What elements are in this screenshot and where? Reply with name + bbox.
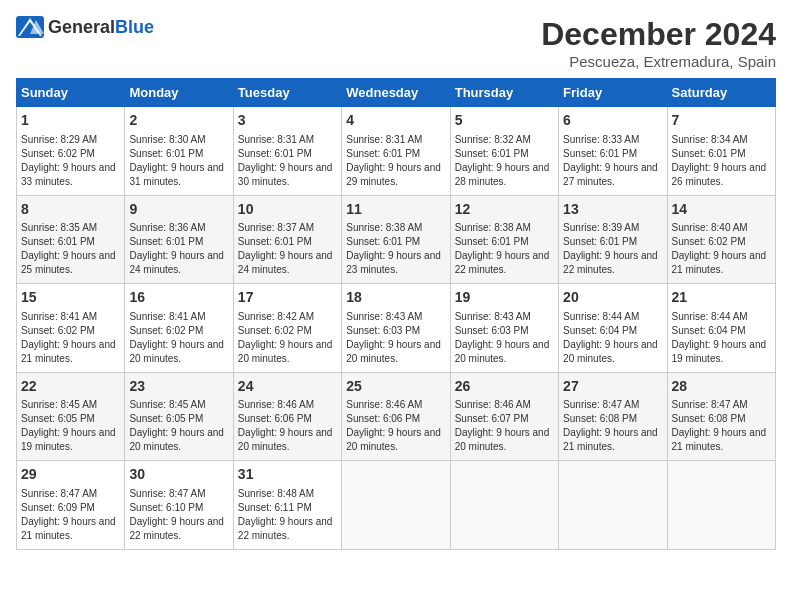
- sunrise: Sunrise: 8:33 AM: [563, 134, 639, 145]
- daylight: Daylight: 9 hours and 20 minutes.: [346, 427, 441, 452]
- logo-general: General: [48, 17, 115, 37]
- calendar-day-cell: 18Sunrise: 8:43 AMSunset: 6:03 PMDayligh…: [342, 284, 450, 373]
- calendar-week-row: 22Sunrise: 8:45 AMSunset: 6:05 PMDayligh…: [17, 372, 776, 461]
- day-number: 7: [672, 111, 771, 131]
- daylight: Daylight: 9 hours and 24 minutes.: [238, 250, 333, 275]
- sunrise: Sunrise: 8:47 AM: [21, 488, 97, 499]
- calendar-day-cell: 28Sunrise: 8:47 AMSunset: 6:08 PMDayligh…: [667, 372, 775, 461]
- daylight: Daylight: 9 hours and 22 minutes.: [563, 250, 658, 275]
- logo: GeneralBlue: [16, 16, 154, 38]
- sunrise: Sunrise: 8:48 AM: [238, 488, 314, 499]
- sunrise: Sunrise: 8:31 AM: [346, 134, 422, 145]
- sunset: Sunset: 6:01 PM: [21, 236, 95, 247]
- sunset: Sunset: 6:01 PM: [563, 236, 637, 247]
- day-number: 9: [129, 200, 228, 220]
- calendar-week-row: 15Sunrise: 8:41 AMSunset: 6:02 PMDayligh…: [17, 284, 776, 373]
- calendar-day-cell: [342, 461, 450, 550]
- sunrise: Sunrise: 8:38 AM: [455, 222, 531, 233]
- sunset: Sunset: 6:01 PM: [346, 148, 420, 159]
- day-number: 19: [455, 288, 554, 308]
- sunset: Sunset: 6:05 PM: [129, 413, 203, 424]
- calendar-day-cell: 1Sunrise: 8:29 AMSunset: 6:02 PMDaylight…: [17, 107, 125, 196]
- daylight: Daylight: 9 hours and 21 minutes.: [672, 250, 767, 275]
- sunset: Sunset: 6:03 PM: [455, 325, 529, 336]
- sunrise: Sunrise: 8:42 AM: [238, 311, 314, 322]
- day-number: 6: [563, 111, 662, 131]
- sunrise: Sunrise: 8:46 AM: [455, 399, 531, 410]
- col-monday: Monday: [125, 79, 233, 107]
- header: GeneralBlue December 2024 Pescueza, Extr…: [16, 16, 776, 70]
- day-number: 31: [238, 465, 337, 485]
- calendar-day-cell: 6Sunrise: 8:33 AMSunset: 6:01 PMDaylight…: [559, 107, 667, 196]
- calendar-day-cell: [667, 461, 775, 550]
- col-sunday: Sunday: [17, 79, 125, 107]
- logo-icon: [16, 16, 44, 38]
- title-area: December 2024 Pescueza, Extremadura, Spa…: [541, 16, 776, 70]
- sunrise: Sunrise: 8:29 AM: [21, 134, 97, 145]
- sunset: Sunset: 6:01 PM: [455, 236, 529, 247]
- sunrise: Sunrise: 8:43 AM: [455, 311, 531, 322]
- daylight: Daylight: 9 hours and 20 minutes.: [346, 339, 441, 364]
- sunrise: Sunrise: 8:35 AM: [21, 222, 97, 233]
- sunset: Sunset: 6:04 PM: [563, 325, 637, 336]
- sunset: Sunset: 6:01 PM: [129, 236, 203, 247]
- calendar-week-row: 29Sunrise: 8:47 AMSunset: 6:09 PMDayligh…: [17, 461, 776, 550]
- day-number: 10: [238, 200, 337, 220]
- day-number: 1: [21, 111, 120, 131]
- sunrise: Sunrise: 8:32 AM: [455, 134, 531, 145]
- daylight: Daylight: 9 hours and 30 minutes.: [238, 162, 333, 187]
- calendar-day-cell: 12Sunrise: 8:38 AMSunset: 6:01 PMDayligh…: [450, 195, 558, 284]
- sunrise: Sunrise: 8:43 AM: [346, 311, 422, 322]
- col-wednesday: Wednesday: [342, 79, 450, 107]
- calendar-day-cell: 4Sunrise: 8:31 AMSunset: 6:01 PMDaylight…: [342, 107, 450, 196]
- daylight: Daylight: 9 hours and 33 minutes.: [21, 162, 116, 187]
- calendar-day-cell: 11Sunrise: 8:38 AMSunset: 6:01 PMDayligh…: [342, 195, 450, 284]
- sunset: Sunset: 6:01 PM: [672, 148, 746, 159]
- calendar-day-cell: 17Sunrise: 8:42 AMSunset: 6:02 PMDayligh…: [233, 284, 341, 373]
- logo-blue: Blue: [115, 17, 154, 37]
- day-number: 13: [563, 200, 662, 220]
- daylight: Daylight: 9 hours and 20 minutes.: [129, 339, 224, 364]
- sunset: Sunset: 6:02 PM: [21, 148, 95, 159]
- calendar-day-cell: 5Sunrise: 8:32 AMSunset: 6:01 PMDaylight…: [450, 107, 558, 196]
- day-number: 24: [238, 377, 337, 397]
- calendar-day-cell: 29Sunrise: 8:47 AMSunset: 6:09 PMDayligh…: [17, 461, 125, 550]
- daylight: Daylight: 9 hours and 24 minutes.: [129, 250, 224, 275]
- day-number: 26: [455, 377, 554, 397]
- subtitle: Pescueza, Extremadura, Spain: [541, 53, 776, 70]
- daylight: Daylight: 9 hours and 22 minutes.: [455, 250, 550, 275]
- sunset: Sunset: 6:01 PM: [238, 236, 312, 247]
- daylight: Daylight: 9 hours and 19 minutes.: [672, 339, 767, 364]
- sunset: Sunset: 6:05 PM: [21, 413, 95, 424]
- calendar-day-cell: 25Sunrise: 8:46 AMSunset: 6:06 PMDayligh…: [342, 372, 450, 461]
- sunrise: Sunrise: 8:40 AM: [672, 222, 748, 233]
- daylight: Daylight: 9 hours and 20 minutes.: [238, 339, 333, 364]
- day-number: 16: [129, 288, 228, 308]
- sunset: Sunset: 6:10 PM: [129, 502, 203, 513]
- sunset: Sunset: 6:01 PM: [563, 148, 637, 159]
- calendar-day-cell: 15Sunrise: 8:41 AMSunset: 6:02 PMDayligh…: [17, 284, 125, 373]
- calendar-day-cell: 26Sunrise: 8:46 AMSunset: 6:07 PMDayligh…: [450, 372, 558, 461]
- daylight: Daylight: 9 hours and 21 minutes.: [21, 516, 116, 541]
- day-number: 25: [346, 377, 445, 397]
- sunset: Sunset: 6:04 PM: [672, 325, 746, 336]
- daylight: Daylight: 9 hours and 28 minutes.: [455, 162, 550, 187]
- day-number: 30: [129, 465, 228, 485]
- day-number: 5: [455, 111, 554, 131]
- sunrise: Sunrise: 8:31 AM: [238, 134, 314, 145]
- sunrise: Sunrise: 8:41 AM: [129, 311, 205, 322]
- sunset: Sunset: 6:02 PM: [238, 325, 312, 336]
- sunrise: Sunrise: 8:38 AM: [346, 222, 422, 233]
- sunrise: Sunrise: 8:44 AM: [563, 311, 639, 322]
- day-number: 2: [129, 111, 228, 131]
- sunset: Sunset: 6:09 PM: [21, 502, 95, 513]
- sunset: Sunset: 6:02 PM: [672, 236, 746, 247]
- sunrise: Sunrise: 8:45 AM: [21, 399, 97, 410]
- daylight: Daylight: 9 hours and 23 minutes.: [346, 250, 441, 275]
- day-number: 4: [346, 111, 445, 131]
- daylight: Daylight: 9 hours and 20 minutes.: [238, 427, 333, 452]
- calendar-week-row: 1Sunrise: 8:29 AMSunset: 6:02 PMDaylight…: [17, 107, 776, 196]
- sunset: Sunset: 6:01 PM: [238, 148, 312, 159]
- day-number: 8: [21, 200, 120, 220]
- daylight: Daylight: 9 hours and 25 minutes.: [21, 250, 116, 275]
